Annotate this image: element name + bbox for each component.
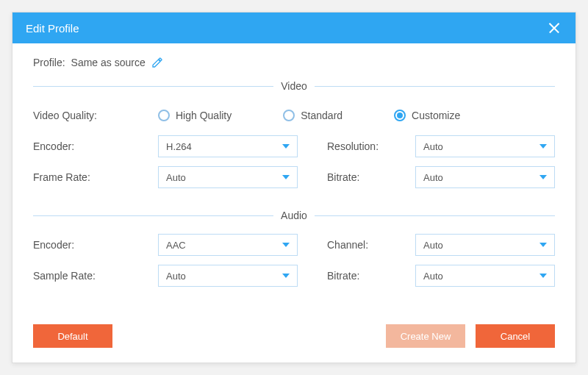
video-framerate-select[interactable]: Auto xyxy=(158,166,298,188)
video-quality-radio-group: High Quality Standard Customize xyxy=(158,110,555,121)
audio-encoder-label: Encoder: xyxy=(33,239,158,251)
video-framerate-label: Frame Rate: xyxy=(33,171,158,183)
select-value: Auto xyxy=(166,172,186,183)
video-encoder-select[interactable]: H.264 xyxy=(158,135,298,157)
chevron-down-icon xyxy=(539,144,547,149)
chevron-down-icon xyxy=(282,175,290,179)
select-value: Auto xyxy=(423,141,443,152)
audio-section-label: Audio xyxy=(281,210,307,221)
edit-profile-name-icon[interactable] xyxy=(151,57,163,68)
chevron-down-icon xyxy=(282,274,290,278)
radio-standard[interactable]: Standard xyxy=(283,110,343,121)
select-value: Auto xyxy=(423,271,443,282)
edit-profile-dialog: Edit Profile Profile: Same as source Vid… xyxy=(12,12,576,363)
select-value: Auto xyxy=(166,271,186,282)
button-label: Create New xyxy=(401,331,451,342)
button-label: Default xyxy=(57,331,87,342)
cancel-button[interactable]: Cancel xyxy=(476,324,555,348)
profile-value: Same as source xyxy=(71,57,146,68)
video-quality-row: Video Quality: High Quality Standard Cus… xyxy=(33,102,555,129)
video-encoder-label: Encoder: xyxy=(33,140,158,152)
select-value: Auto xyxy=(423,172,443,183)
select-value: AAC xyxy=(166,240,186,251)
video-encoder-row: Encoder: H.264 Resolution: Auto xyxy=(33,133,555,160)
radio-icon xyxy=(158,110,170,121)
video-section-label: Video xyxy=(281,80,307,92)
select-value: Auto xyxy=(423,240,443,251)
button-label: Cancel xyxy=(501,331,530,342)
close-icon[interactable] xyxy=(546,20,562,36)
radio-high-quality[interactable]: High Quality xyxy=(158,110,232,121)
radio-label: Customize xyxy=(412,110,460,121)
audio-samplerate-select[interactable]: Auto xyxy=(158,265,298,287)
dialog-body: Profile: Same as source Video Video Qual… xyxy=(12,43,576,362)
audio-channel-label: Channel: xyxy=(327,239,415,251)
audio-encoder-select[interactable]: AAC xyxy=(158,234,298,256)
audio-encoder-row: Encoder: AAC Channel: Auto xyxy=(33,232,555,258)
chevron-down-icon xyxy=(282,144,290,149)
radio-icon xyxy=(283,110,295,121)
video-bitrate-select[interactable]: Auto xyxy=(415,166,555,188)
audio-samplerate-row: Sample Rate: Auto Bitrate: Auto xyxy=(33,262,555,289)
default-button[interactable]: Default xyxy=(33,324,112,348)
video-resolution-select[interactable]: Auto xyxy=(415,135,555,157)
video-quality-label: Video Quality: xyxy=(33,110,158,121)
select-value: H.264 xyxy=(166,141,192,152)
titlebar: Edit Profile xyxy=(12,12,576,43)
radio-icon xyxy=(394,110,406,121)
chevron-down-icon xyxy=(282,243,290,247)
dialog-footer: Default Create New Cancel xyxy=(33,324,555,348)
video-resolution-label: Resolution: xyxy=(327,140,415,152)
profile-label: Profile: xyxy=(33,57,65,68)
audio-channel-select[interactable]: Auto xyxy=(415,234,555,256)
audio-samplerate-label: Sample Rate: xyxy=(33,270,158,282)
video-section-title: Video xyxy=(33,80,555,92)
radio-label: Standard xyxy=(301,110,343,121)
radio-customize[interactable]: Customize xyxy=(394,110,460,121)
chevron-down-icon xyxy=(539,274,547,278)
audio-bitrate-label: Bitrate: xyxy=(327,270,415,282)
video-bitrate-label: Bitrate: xyxy=(327,171,415,183)
audio-bitrate-select[interactable]: Auto xyxy=(415,265,555,287)
video-framerate-row: Frame Rate: Auto Bitrate: Auto xyxy=(33,164,555,190)
chevron-down-icon xyxy=(539,175,547,179)
audio-section-title: Audio xyxy=(33,210,555,221)
create-new-button[interactable]: Create New xyxy=(386,324,465,348)
titlebar-title: Edit Profile xyxy=(26,22,79,35)
radio-label: High Quality xyxy=(176,110,232,121)
chevron-down-icon xyxy=(539,243,547,247)
profile-row: Profile: Same as source xyxy=(33,57,555,68)
